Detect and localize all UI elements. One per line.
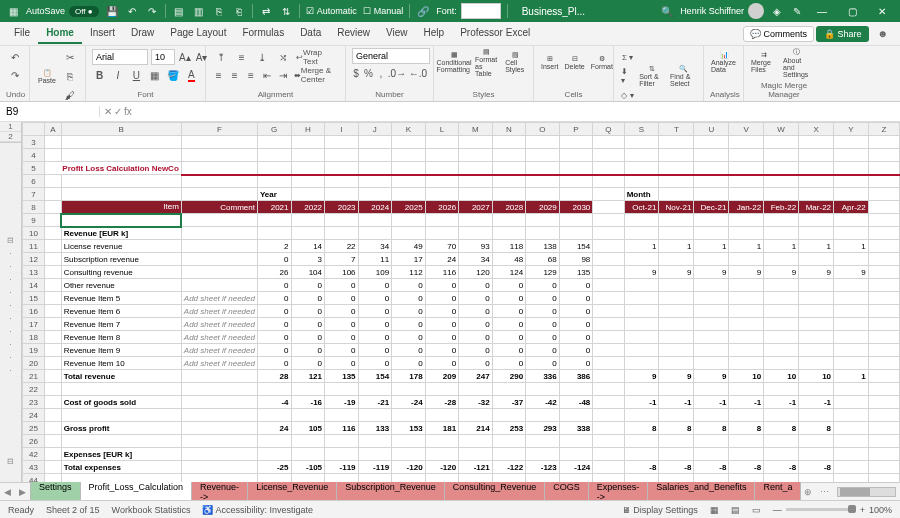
cell[interactable]: [45, 448, 62, 461]
cell[interactable]: -120: [392, 461, 426, 474]
cell[interactable]: [764, 136, 799, 149]
grow-font-icon[interactable]: A▴: [178, 48, 192, 66]
cell[interactable]: [257, 149, 291, 162]
cell[interactable]: [868, 370, 899, 383]
cell[interactable]: 0: [559, 331, 593, 344]
row-header[interactable]: 20: [23, 357, 45, 370]
cell[interactable]: [358, 383, 392, 396]
cell[interactable]: 0: [291, 344, 325, 357]
col-header[interactable]: Q: [593, 123, 624, 136]
cell[interactable]: [764, 305, 799, 318]
cell[interactable]: [492, 136, 526, 149]
cell[interactable]: [291, 383, 325, 396]
cell[interactable]: [624, 435, 659, 448]
menu-tab-help[interactable]: Help: [416, 23, 453, 44]
menu-tab-view[interactable]: View: [378, 23, 416, 44]
cell[interactable]: [325, 448, 359, 461]
row-header[interactable]: 18: [23, 331, 45, 344]
calc-manual[interactable]: ☐ Manual: [363, 6, 404, 16]
cell[interactable]: [181, 266, 257, 279]
col-header[interactable]: P: [559, 123, 593, 136]
cell[interactable]: [425, 474, 459, 483]
cell[interactable]: [868, 136, 899, 149]
cell[interactable]: 49: [392, 240, 426, 253]
cell[interactable]: 0: [559, 344, 593, 357]
cell[interactable]: 0: [358, 331, 392, 344]
cell[interactable]: 0: [392, 357, 426, 370]
cell[interactable]: [764, 409, 799, 422]
cell[interactable]: [764, 279, 799, 292]
cell[interactable]: [425, 175, 459, 188]
cell[interactable]: [459, 175, 493, 188]
cell[interactable]: [799, 292, 834, 305]
cell[interactable]: 0: [492, 292, 526, 305]
cell[interactable]: [624, 136, 659, 149]
cell[interactable]: 0: [526, 357, 560, 370]
tab-nav-next[interactable]: ▶: [15, 487, 30, 497]
cell[interactable]: -119: [358, 461, 392, 474]
cell[interactable]: 293: [526, 422, 560, 435]
cell[interactable]: [868, 461, 899, 474]
cell[interactable]: [593, 136, 624, 149]
menu-tab-data[interactable]: Data: [292, 23, 329, 44]
cell[interactable]: [764, 435, 799, 448]
cell[interactable]: [593, 422, 624, 435]
cell[interactable]: 0: [257, 331, 291, 344]
row-header[interactable]: 42: [23, 448, 45, 461]
cell[interactable]: 0: [492, 279, 526, 292]
cell[interactable]: 2021: [257, 201, 291, 214]
cell[interactable]: [729, 344, 764, 357]
cell[interactable]: [392, 474, 426, 483]
cell[interactable]: [868, 149, 899, 162]
cell[interactable]: 290: [492, 370, 526, 383]
row-header[interactable]: 5: [23, 162, 45, 175]
cell[interactable]: 0: [325, 344, 359, 357]
font-name-select[interactable]: [92, 49, 148, 65]
currency-icon[interactable]: $: [352, 64, 360, 82]
cell[interactable]: [593, 370, 624, 383]
cell[interactable]: [181, 240, 257, 253]
cell[interactable]: [181, 136, 257, 149]
cell[interactable]: [492, 409, 526, 422]
cell[interactable]: Oct-21: [624, 201, 659, 214]
col-header[interactable]: B: [61, 123, 181, 136]
cell[interactable]: [45, 149, 62, 162]
cell[interactable]: 98: [559, 253, 593, 266]
cell[interactable]: [799, 409, 834, 422]
cell[interactable]: [45, 201, 62, 214]
cell[interactable]: [392, 227, 426, 240]
autosum[interactable]: Σ ▾: [620, 48, 635, 66]
cell[interactable]: 34: [358, 240, 392, 253]
cell[interactable]: [694, 253, 729, 266]
cell[interactable]: [729, 448, 764, 461]
tab-menu[interactable]: ⋯: [816, 487, 833, 497]
cell[interactable]: 9: [659, 266, 694, 279]
cell[interactable]: 0: [526, 305, 560, 318]
cell[interactable]: [526, 474, 560, 483]
diamond-icon[interactable]: ◈: [770, 4, 784, 18]
cell[interactable]: [45, 292, 62, 305]
cell[interactable]: [358, 435, 392, 448]
cell[interactable]: [624, 318, 659, 331]
cell[interactable]: [425, 435, 459, 448]
cell[interactable]: [593, 227, 624, 240]
cell[interactable]: -24: [392, 396, 426, 409]
cell[interactable]: 9: [624, 370, 659, 383]
cell[interactable]: [325, 474, 359, 483]
cell[interactable]: 0: [559, 357, 593, 370]
row-header[interactable]: 3: [23, 136, 45, 149]
merge-files[interactable]: ⇉Merge Files: [750, 48, 778, 76]
cell[interactable]: [799, 227, 834, 240]
cell[interactable]: [358, 227, 392, 240]
cell[interactable]: 2030: [559, 201, 593, 214]
cell[interactable]: [799, 435, 834, 448]
cell[interactable]: 153: [392, 422, 426, 435]
cell[interactable]: [659, 149, 694, 162]
cell[interactable]: [425, 149, 459, 162]
format-cells[interactable]: ⚙Format: [590, 48, 614, 76]
cell[interactable]: 2023: [325, 201, 359, 214]
maximize-button[interactable]: ▢: [840, 2, 864, 20]
number-format-select[interactable]: [352, 48, 430, 64]
font-color-icon[interactable]: A: [184, 66, 199, 84]
cell[interactable]: [624, 175, 659, 188]
